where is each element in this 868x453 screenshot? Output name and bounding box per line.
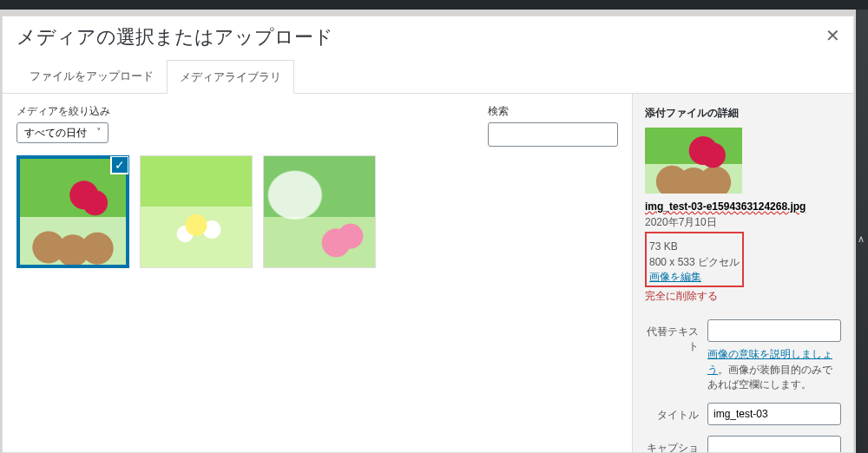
alt-text-input[interactable] <box>707 319 841 342</box>
check-icon[interactable]: ✓ <box>110 155 129 174</box>
upload-date: 2020年7月10日 <box>645 214 841 230</box>
chevron-up-icon: ∧ <box>858 233 865 245</box>
search-input[interactable] <box>488 122 618 147</box>
title-input[interactable] <box>707 403 841 425</box>
close-icon: ✕ <box>825 26 840 45</box>
thumbnail-grid: ✓ <box>16 155 618 268</box>
caption-label: キャプション <box>645 436 707 452</box>
alt-help-text: 画像の意味を説明しましょう。画像が装飾目的のみであれば空欄にします。 <box>707 347 841 392</box>
admin-bar <box>0 0 868 10</box>
tab-upload[interactable]: ファイルをアップロード <box>16 59 167 93</box>
thumbnail-item[interactable]: ✓ <box>16 155 129 268</box>
modal-body: メディアを絞り込み すべての日付 検索 ✓ <box>3 94 853 452</box>
search-group: 検索 <box>488 104 618 147</box>
filename: img_test-03-e1594363124268.jpg <box>645 200 806 213</box>
thumbnail-item[interactable] <box>140 155 253 268</box>
filter-group: メディアを絞り込み すべての日付 <box>16 104 110 143</box>
details-sidebar: 添付ファイルの詳細 img_test-03-e1594363124268.jpg… <box>632 94 853 452</box>
field-row-caption: キャプション <box>645 436 841 452</box>
tab-library[interactable]: メディアライブラリ <box>167 60 294 94</box>
tabs: ファイルをアップロード メディアライブラリ <box>3 59 853 94</box>
thumbnail-image <box>141 156 252 267</box>
field-row-title: タイトル <box>645 403 841 425</box>
thumbnail-image <box>264 156 375 267</box>
alt-help-tail: 。画像が装飾目的のみであれば空欄にします。 <box>707 364 832 390</box>
modal-header: メディアの選択またはアップロード ✕ <box>3 16 853 50</box>
field-row-alt: 代替テキスト 画像の意味を説明しましょう。画像が装飾目的のみであれば空欄にします… <box>645 319 841 392</box>
details-thumbnail <box>645 128 742 194</box>
filter-label: メディアを絞り込み <box>16 104 110 119</box>
title-label: タイトル <box>645 403 707 423</box>
attachment-fields: 代替テキスト 画像の意味を説明しましょう。画像が装飾目的のみであれば空欄にします… <box>645 319 841 452</box>
media-modal: メディアの選択またはアップロード ✕ ファイルをアップロード メディアライブラリ… <box>2 16 854 453</box>
details-thumbnail-image <box>645 128 742 194</box>
alt-text-label: 代替テキスト <box>645 319 707 354</box>
main-pane: メディアを絞り込み すべての日付 検索 ✓ <box>3 94 632 452</box>
thumbnail-item[interactable] <box>263 155 376 268</box>
search-label: 検索 <box>488 104 618 119</box>
caption-input[interactable] <box>707 436 841 452</box>
right-meta-strip: ∧ <box>856 10 868 453</box>
delete-permanently-link[interactable]: 完全に削除する <box>645 289 718 304</box>
dimensions: 800 x 533 ピクセル <box>649 256 740 268</box>
filesize: 73 KB <box>649 240 678 253</box>
edit-image-link[interactable]: 画像を編集 <box>649 271 701 283</box>
close-button[interactable]: ✕ <box>820 23 845 48</box>
toolbar: メディアを絞り込み すべての日付 検索 <box>16 104 618 147</box>
details-heading: 添付ファイルの詳細 <box>645 106 841 121</box>
date-filter-select[interactable]: すべての日付 <box>16 122 108 143</box>
highlight-box: 73 KB 800 x 533 ピクセル 画像を編集 <box>645 232 744 288</box>
modal-title: メディアの選択またはアップロード <box>16 25 839 50</box>
